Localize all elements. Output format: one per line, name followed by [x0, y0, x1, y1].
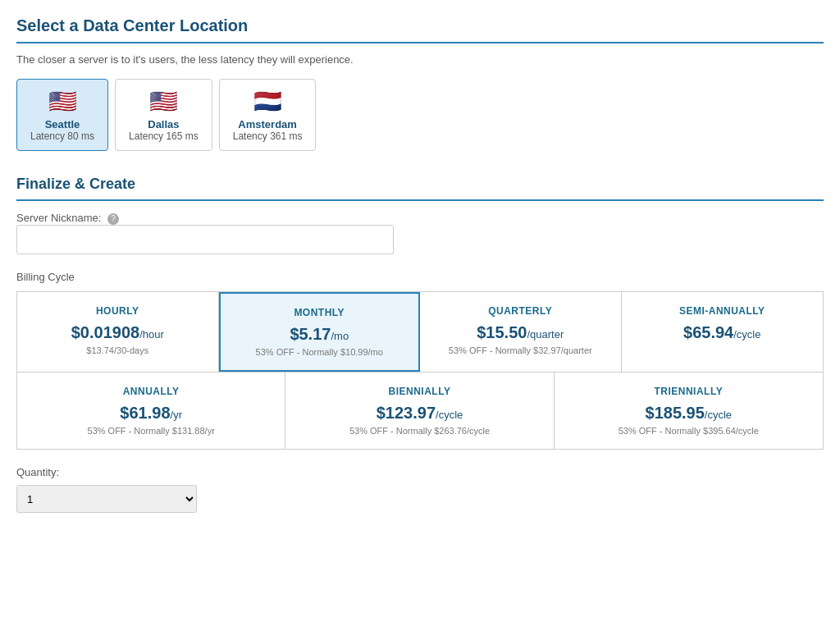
billing-card-hourly[interactable]: HOURLY $0.01908/hour $13.74/30-days [17, 292, 219, 372]
cycle-name: MONTHLY [231, 307, 409, 318]
location-cards-container: 🇺🇸 Seattle Latency 80 ms 🇺🇸 Dallas Laten… [16, 79, 824, 151]
datacenter-subtitle: The closer a server is to it's users, th… [16, 53, 824, 66]
quantity-section: Quantity: 12345 [16, 466, 824, 513]
price-note: 53% OFF - Normally $395.64/cycle [564, 426, 813, 436]
billing-card-monthly[interactable]: MONTHLY $5.17/mo 53% OFF - Normally $10.… [219, 292, 421, 372]
price-unit: /mo [331, 330, 349, 342]
price-main: $5.17 [290, 325, 331, 343]
billing-card-triennially[interactable]: TRIENNIALLY $185.95/cycle 53% OFF - Norm… [555, 373, 823, 449]
billing-grid-top: HOURLY $0.01908/hour $13.74/30-days MONT… [16, 291, 824, 373]
nickname-label: Server Nickname: ? [16, 212, 119, 224]
datacenter-divider [16, 42, 824, 43]
billing-card-quarterly[interactable]: QUARTERLY $15.50/quarter 53% OFF - Norma… [420, 292, 622, 372]
quantity-select[interactable]: 12345 [16, 485, 197, 513]
finalize-title: Finalize & Create [16, 176, 824, 193]
billing-card-biennially[interactable]: BIENNIALLY $123.97/cycle 53% OFF - Norma… [285, 373, 554, 449]
price-note: 53% OFF - Normally $32.97/quarter [430, 345, 611, 355]
cycle-name: ANNUALLY [27, 386, 275, 397]
location-card-dallas[interactable]: 🇺🇸 Dallas Latency 165 ms [115, 79, 212, 151]
price-main: $61.98 [120, 404, 170, 422]
flag-icon: 🇳🇱 [233, 88, 303, 115]
price-note: 53% OFF - Normally $263.76/cycle [295, 426, 543, 436]
price-note: $13.74/30-days [27, 345, 208, 355]
billing-card-annually[interactable]: ANNUALLY $61.98/yr 53% OFF - Normally $1… [17, 373, 285, 449]
finalize-divider [16, 199, 824, 201]
location-card-seattle[interactable]: 🇺🇸 Seattle Latency 80 ms [16, 79, 108, 151]
latency-text: Latency 361 ms [233, 130, 303, 142]
cycle-name: QUARTERLY [430, 305, 611, 317]
price-unit: /cycle [436, 409, 463, 421]
billing-cycle-label: Billing Cycle [16, 271, 824, 283]
price-main: $15.50 [477, 323, 527, 341]
billing-grid-bottom: ANNUALLY $61.98/yr 53% OFF - Normally $1… [16, 373, 824, 450]
datacenter-title: Select a Data Center Location [16, 16, 824, 35]
price-main: $123.97 [377, 404, 436, 422]
price-unit: /yr [171, 409, 182, 421]
price-note: 53% OFF - Normally $131.88/yr [27, 426, 275, 436]
nickname-field-container: Server Nickname: ? [16, 211, 824, 254]
quantity-label: Quantity: [16, 466, 824, 478]
cycle-name: SEMI-ANNUALLY [632, 305, 814, 317]
flag-icon: 🇺🇸 [129, 88, 199, 115]
price-unit: /cycle [705, 409, 732, 421]
price-main: $0.01908 [71, 323, 139, 341]
price-note: 53% OFF - Normally $10.99/mo [231, 347, 409, 357]
latency-text: Latency 80 ms [30, 130, 94, 142]
price-unit: /quarter [527, 328, 564, 341]
location-card-amsterdam[interactable]: 🇳🇱 Amsterdam Latency 361 ms [219, 79, 317, 151]
finalize-section: Finalize & Create Server Nickname: ? Bil… [16, 176, 824, 450]
price-unit: /hour [139, 328, 164, 341]
city-name: Amsterdam [233, 118, 303, 130]
city-name: Dallas [129, 118, 199, 130]
nickname-input[interactable] [16, 225, 394, 254]
cycle-name: BIENNIALLY [295, 386, 543, 397]
cycle-name: HOURLY [27, 305, 208, 317]
nickname-help-icon[interactable]: ? [107, 213, 119, 225]
price-main: $65.94 [683, 323, 733, 341]
flag-icon: 🇺🇸 [30, 88, 94, 115]
price-main: $185.95 [646, 404, 705, 422]
price-unit: /cycle [733, 328, 760, 341]
cycle-name: TRIENNIALLY [564, 386, 813, 397]
latency-text: Latency 165 ms [129, 130, 199, 142]
city-name: Seattle [30, 118, 94, 130]
billing-card-semi-annually[interactable]: SEMI-ANNUALLY $65.94/cycle [622, 292, 824, 372]
